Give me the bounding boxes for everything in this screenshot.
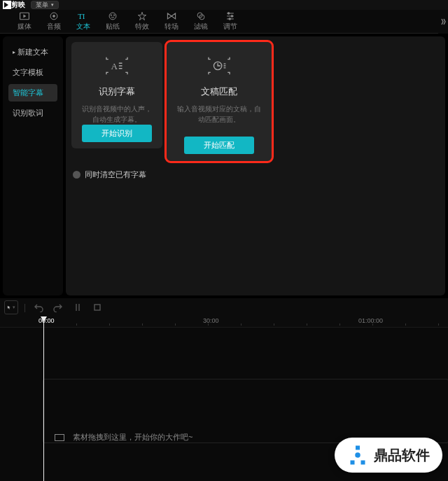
card-desc: 输入音视频对应的文稿，自动匹配画面。 — [174, 104, 265, 125]
sticker-icon — [107, 11, 118, 21]
redo-icon[interactable] — [51, 300, 65, 314]
card-desc: 识别音视频中的人声，自动生成字幕。 — [78, 104, 155, 125]
tab-text[interactable]: TI 文本 — [69, 10, 98, 33]
svg-rect-16 — [356, 446, 360, 450]
app-logo: 剪映 — [3, 0, 25, 10]
sidebar-item-lyrics[interactable]: 识别歌词 — [8, 104, 57, 122]
svg-rect-18 — [351, 461, 355, 465]
watermark-logo-icon — [347, 445, 368, 466]
svg-point-7 — [113, 15, 114, 15]
tab-audio[interactable]: 音频 — [39, 10, 69, 33]
clear-existing-checkbox-row: 同时清空已有字幕 — [71, 169, 440, 180]
svg-point-10 — [227, 13, 229, 14]
filter-icon — [195, 11, 206, 21]
main-area: ▸ 新建文本 文字模板 智能字幕 识别歌词 A 识别字幕 — [0, 34, 448, 298]
svg-point-12 — [229, 18, 230, 20]
content-panel: A 识别字幕 识别音视频中的人声，自动生成字幕。 开始识别 — [66, 36, 445, 295]
play-box-icon — [19, 11, 30, 21]
titlebar: 剪映 菜单 — [0, 0, 448, 10]
text-icon: TI — [78, 11, 89, 21]
split-icon[interactable] — [71, 300, 85, 314]
app-name: 剪映 — [11, 0, 25, 10]
watermark: 鼎品软件 — [335, 438, 442, 473]
menu-button[interactable]: 菜单 — [31, 1, 59, 9]
svg-point-11 — [231, 15, 232, 17]
tab-transition[interactable]: 转场 — [157, 10, 186, 33]
start-match-button[interactable]: 开始匹配 — [184, 137, 254, 154]
svg-rect-19 — [361, 461, 365, 465]
tab-sticker[interactable]: 贴纸 — [98, 10, 127, 33]
panel-collapse-icon[interactable] — [438, 10, 448, 34]
card-title: 识别字幕 — [99, 85, 135, 98]
tab-media[interactable]: 媒体 — [10, 10, 39, 33]
card-title: 文稿匹配 — [201, 85, 237, 98]
drop-hint-text: 素材拖拽到这里，开始你的大作吧~ — [55, 432, 192, 442]
script-match-icon — [208, 56, 230, 76]
audio-icon — [48, 11, 59, 21]
undo-icon[interactable] — [31, 300, 46, 314]
sliders-icon — [225, 11, 236, 21]
top-tabbar: 媒体 音频 TI 文本 贴纸 特效 转场 滤镜 — [0, 10, 448, 34]
cursor-tool[interactable] — [4, 300, 18, 314]
sidebar-item-smart-subtitle[interactable]: 智能字幕 — [8, 84, 57, 102]
ruler-label-2: 01:00:00 — [358, 317, 383, 324]
playhead[interactable] — [43, 316, 44, 481]
tab-effects[interactable]: 特效 — [127, 10, 157, 33]
watermark-text: 鼎品软件 — [374, 446, 430, 465]
card-recognize-subtitle: A 识别字幕 识别音视频中的人声，自动生成字幕。 开始识别 — [71, 42, 162, 148]
ruler-label-1: 30:00 — [203, 317, 219, 324]
sidebar: ▸ 新建文本 文字模板 智能字幕 识别歌词 — [3, 36, 63, 295]
svg-point-3 — [53, 15, 55, 18]
svg-point-6 — [111, 15, 111, 15]
tab-adjust[interactable]: 调节 — [216, 10, 245, 33]
star-icon — [136, 11, 148, 21]
subtitle-recognition-icon: A — [106, 56, 128, 76]
delete-icon[interactable] — [90, 300, 104, 314]
start-recognize-button[interactable]: 开始识别 — [82, 125, 152, 142]
clear-existing-checkbox[interactable] — [73, 171, 80, 179]
svg-text:TI: TI — [78, 12, 85, 20]
ruler[interactable]: 00:00 30:00 01:00:00 — [0, 316, 448, 328]
svg-rect-15 — [94, 305, 100, 310]
svg-point-5 — [109, 13, 116, 20]
card-script-match: 文稿匹配 输入音视频对应的文稿，自动匹配画面。 开始匹配 — [167, 42, 272, 161]
image-icon — [55, 434, 64, 441]
sidebar-item-new-text[interactable]: ▸ 新建文本 — [8, 43, 57, 61]
clear-existing-label: 同时清空已有字幕 — [85, 169, 146, 180]
transition-icon — [166, 11, 177, 21]
sidebar-item-text-template[interactable]: 文字模板 — [8, 64, 57, 81]
timeline-toolbar: | — [0, 298, 448, 316]
svg-text:A: A — [111, 61, 118, 71]
caret-right-icon: ▸ — [13, 49, 15, 55]
svg-point-17 — [355, 452, 360, 458]
tab-filter[interactable]: 滤镜 — [186, 10, 216, 33]
ruler-label-0: 00:00 — [38, 317, 55, 324]
